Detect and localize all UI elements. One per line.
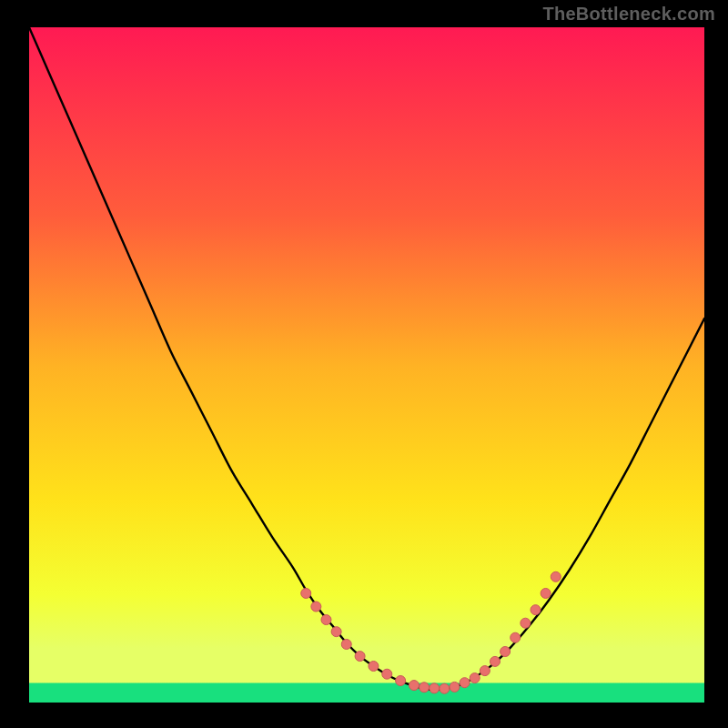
chart-frame: TheBottleneck.com [0,0,728,728]
watermark-text: TheBottleneck.com [542,4,715,25]
marker-point [490,656,500,666]
marker-point [460,678,470,688]
marker-point [531,605,541,615]
marker-point [301,588,311,598]
marker-point [355,652,365,662]
marker-point [409,681,419,691]
marker-point [382,669,392,679]
marker-point [440,683,450,693]
marker-point [541,588,551,598]
marker-point [311,602,321,612]
marker-point [430,683,440,693]
gradient-background [29,27,704,703]
plot-area [29,27,704,703]
marker-point [450,682,460,692]
bottleneck-chart [29,27,704,703]
marker-point [396,675,406,685]
marker-point [341,639,351,649]
marker-point [369,661,379,671]
marker-point [511,632,521,642]
marker-point [331,627,341,637]
marker-point [521,618,531,628]
marker-point [470,673,480,683]
marker-point [551,571,561,581]
marker-point [321,615,331,625]
marker-point [480,666,490,676]
marker-point [420,682,430,693]
marker-point [500,646,511,656]
